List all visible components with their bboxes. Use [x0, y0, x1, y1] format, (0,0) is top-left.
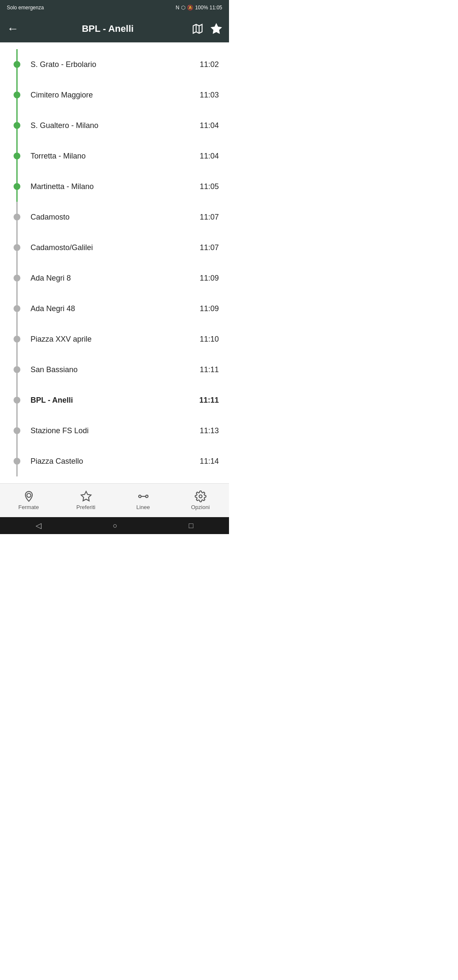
system-nav: ◁ ○ □	[0, 517, 229, 534]
preferiti-icon	[80, 490, 92, 502]
stop-item[interactable]: Ada Negri 811:09	[0, 263, 229, 293]
stop-item[interactable]: S. Gualtero - Milano11:04	[0, 110, 229, 141]
stop-dot	[14, 397, 20, 404]
stop-item[interactable]: San Bassiano11:11	[0, 354, 229, 385]
stop-name: Cimitero Maggiore	[31, 91, 93, 99]
stop-line-col	[10, 49, 24, 80]
status-right: N ⬡ 🔕 100% 11:05	[176, 5, 222, 11]
stop-name: Ada Negri 48	[31, 304, 75, 313]
mute-icon: 🔕	[187, 5, 193, 11]
stop-info: Piazza XXV aprile	[24, 335, 193, 344]
stop-time: 11:04	[193, 152, 219, 161]
stop-item[interactable]: Cadamosto/Galilei11:07	[0, 232, 229, 263]
nav-opzioni[interactable]: Opzioni	[172, 484, 229, 517]
status-bar: Solo emergenza N ⬡ 🔕 100% 11:05	[0, 0, 229, 15]
stop-time: 11:09	[193, 274, 219, 283]
linee-icon	[137, 490, 149, 502]
stop-item[interactable]: Piazza XXV aprile11:10	[0, 324, 229, 354]
stop-info: Stazione FS Lodi	[24, 426, 193, 435]
nav-opzioni-label: Opzioni	[191, 504, 209, 510]
stop-name: S. Grato - Erbolario	[31, 60, 96, 69]
stop-dot	[14, 275, 20, 281]
stop-time: 11:04	[193, 121, 219, 130]
stop-line-col	[10, 232, 24, 263]
stop-dot	[14, 305, 20, 312]
stop-line-col	[10, 80, 24, 110]
favorite-icon[interactable]	[210, 23, 222, 35]
stop-time: 11:13	[193, 426, 219, 435]
stop-time: 11:02	[193, 60, 219, 69]
fermate-icon	[23, 490, 35, 502]
stop-name: San Bassiano	[31, 365, 78, 374]
stop-dot	[14, 92, 20, 98]
stop-item[interactable]: Stazione FS Lodi11:13	[0, 415, 229, 446]
nfc-icon: N	[176, 5, 179, 11]
stop-line-col	[10, 263, 24, 293]
stop-info: Martinetta - Milano	[24, 182, 193, 191]
stop-name: S. Gualtero - Milano	[31, 121, 98, 130]
page-title: BPL - Anelli	[24, 23, 192, 34]
stop-dot	[14, 427, 20, 434]
status-left: Solo emergenza	[7, 5, 44, 11]
svg-point-8	[199, 495, 202, 498]
stop-name: BPL - Anelli	[31, 396, 73, 404]
stop-time: 11:09	[193, 304, 219, 313]
stop-name: Torretta - Milano	[31, 152, 86, 160]
sys-home[interactable]: ○	[113, 521, 117, 530]
stop-item[interactable]: Martinetta - Milano11:05	[0, 171, 229, 202]
stop-line-col	[10, 354, 24, 385]
nav-linee-label: Linee	[137, 504, 150, 510]
stop-line-col	[10, 446, 24, 476]
stop-info: Cadamosto	[24, 213, 193, 222]
svg-marker-2	[211, 24, 221, 33]
stop-time: 11:05	[193, 182, 219, 191]
stop-item[interactable]: Piazza Castello11:14	[0, 446, 229, 476]
back-button[interactable]: ←	[7, 22, 19, 36]
bottom-nav: Fermate Preferiti Linee Opzioni	[0, 483, 229, 517]
nav-fermate[interactable]: Fermate	[0, 484, 57, 517]
app-header: ← BPL - Anelli	[0, 15, 229, 42]
stop-info: Torretta - Milano	[24, 152, 193, 161]
nav-preferiti[interactable]: Preferiti	[57, 484, 114, 517]
stop-line-col	[10, 385, 24, 415]
stop-item[interactable]: Torretta - Milano11:04	[0, 141, 229, 171]
stop-info: Cadamosto/Galilei	[24, 243, 193, 252]
stop-item[interactable]: Cimitero Maggiore11:03	[0, 80, 229, 110]
stop-time: 11:07	[193, 243, 219, 252]
stop-name: Stazione FS Lodi	[31, 426, 89, 435]
sys-recent[interactable]: □	[189, 521, 193, 530]
stop-item[interactable]: BPL - Anelli11:11	[0, 385, 229, 415]
stop-dot	[14, 336, 20, 342]
stop-dot	[14, 366, 20, 373]
stop-item[interactable]: Cadamosto11:07	[0, 202, 229, 232]
stop-item[interactable]: Ada Negri 4811:09	[0, 293, 229, 324]
stop-info: Ada Negri 8	[24, 274, 193, 283]
stop-line-col	[10, 324, 24, 354]
battery-text: 100% 11:05	[195, 5, 222, 11]
nav-linee[interactable]: Linee	[114, 484, 172, 517]
stop-time: 11:11	[193, 365, 219, 374]
stop-dot	[14, 153, 20, 159]
nav-preferiti-label: Preferiti	[76, 504, 95, 510]
svg-marker-4	[81, 491, 91, 501]
stop-info: Piazza Castello	[24, 457, 193, 466]
map-icon[interactable]	[192, 23, 204, 35]
stop-name: Ada Negri 8	[31, 274, 71, 282]
sys-back[interactable]: ◁	[36, 521, 42, 530]
stop-line-col	[10, 110, 24, 141]
stop-line-col	[10, 293, 24, 324]
stop-time: 11:11	[193, 396, 219, 405]
stop-dot	[14, 458, 20, 465]
stop-name: Cadamosto/Galilei	[31, 243, 93, 252]
stop-dot	[14, 122, 20, 129]
stop-line-col	[10, 141, 24, 171]
bluetooth-icon: ⬡	[181, 5, 185, 11]
stop-info: BPL - Anelli	[24, 396, 193, 405]
svg-point-3	[27, 493, 31, 497]
opzioni-icon	[195, 490, 207, 502]
stop-item[interactable]: S. Grato - Erbolario11:02	[0, 49, 229, 80]
stop-line-col	[10, 171, 24, 202]
stop-time: 11:07	[193, 213, 219, 222]
stop-name: Martinetta - Milano	[31, 182, 94, 191]
stop-dot	[14, 214, 20, 220]
